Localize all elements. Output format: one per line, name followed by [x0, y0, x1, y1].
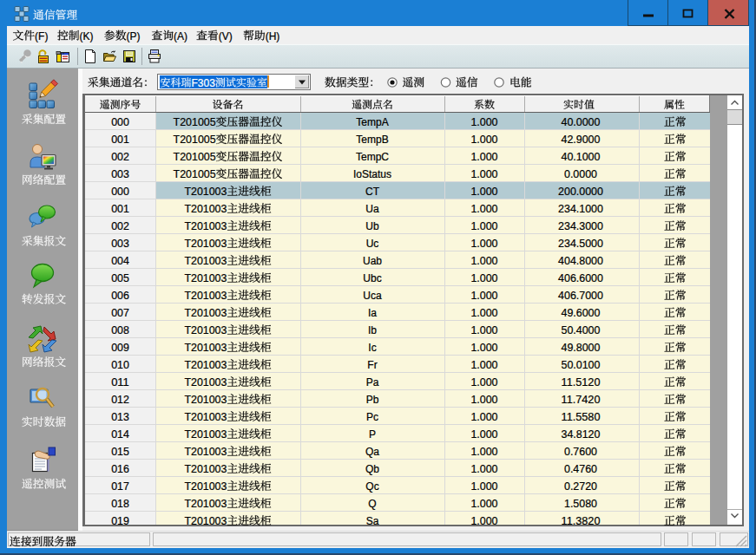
- svg-text:IoStatus: IoStatus: [353, 168, 391, 180]
- svg-text:013: 013: [111, 410, 129, 423]
- svg-text:012: 012: [111, 393, 129, 406]
- svg-text:TempB: TempB: [356, 134, 388, 146]
- svg-text:Ubc: Ubc: [363, 272, 381, 284]
- svg-text:Sa: Sa: [366, 515, 379, 527]
- svg-text:Ia: Ia: [368, 307, 377, 319]
- svg-text:0.0000: 0.0000: [564, 167, 597, 180]
- svg-text:003: 003: [111, 237, 129, 250]
- svg-text:Uca: Uca: [363, 290, 382, 302]
- svg-text:Qa: Qa: [365, 446, 379, 458]
- svg-text:019: 019: [111, 514, 129, 527]
- svg-text:(V): (V): [219, 30, 233, 42]
- svg-text:40.1000: 40.1000: [562, 150, 601, 163]
- svg-text:P: P: [369, 428, 376, 441]
- svg-text:000: 000: [111, 185, 129, 198]
- svg-text:49.8000: 49.8000: [562, 341, 601, 354]
- svg-text:1.000: 1.000: [470, 185, 497, 198]
- svg-text:234.1000: 234.1000: [558, 202, 603, 215]
- svg-text:000: 000: [111, 115, 129, 128]
- svg-text:11.5120: 11.5120: [562, 375, 601, 388]
- svg-text:0.4760: 0.4760: [564, 462, 597, 475]
- svg-text:014: 014: [111, 428, 129, 441]
- svg-text:1.000: 1.000: [470, 289, 497, 302]
- svg-text:006: 006: [111, 289, 129, 302]
- svg-text:1.000: 1.000: [470, 393, 497, 406]
- svg-text:0.2720: 0.2720: [564, 480, 597, 493]
- svg-text:Ua: Ua: [365, 203, 379, 215]
- svg-text:1.000: 1.000: [470, 219, 497, 232]
- svg-text:11.3820: 11.3820: [562, 514, 601, 527]
- svg-text:(P): (P): [127, 30, 141, 42]
- svg-text:Ib: Ib: [368, 324, 377, 336]
- svg-text:015: 015: [111, 445, 129, 458]
- svg-text:Fr: Fr: [367, 359, 377, 371]
- svg-text:001: 001: [111, 133, 129, 146]
- svg-text:1.000: 1.000: [470, 462, 497, 475]
- svg-text:(A): (A): [174, 30, 187, 42]
- svg-text:004: 004: [111, 254, 129, 267]
- svg-text:TempC: TempC: [356, 151, 389, 163]
- svg-text:(K): (K): [80, 30, 94, 42]
- svg-text:1.000: 1.000: [470, 115, 497, 128]
- svg-text:(H): (H): [266, 30, 280, 42]
- svg-text:010: 010: [111, 358, 129, 371]
- svg-text:1.000: 1.000: [470, 341, 497, 354]
- svg-text:CT: CT: [365, 186, 380, 198]
- svg-text:1.000: 1.000: [470, 428, 497, 441]
- svg-text:404.8000: 404.8000: [558, 254, 603, 267]
- svg-text:1.000: 1.000: [470, 133, 497, 146]
- svg-text:1.000: 1.000: [470, 306, 497, 319]
- svg-text:1.000: 1.000: [470, 445, 497, 458]
- svg-text:0.7600: 0.7600: [564, 445, 597, 458]
- svg-text:1.5080: 1.5080: [564, 497, 597, 510]
- svg-text:Ic: Ic: [368, 342, 376, 354]
- svg-text:1.000: 1.000: [470, 514, 497, 527]
- svg-text:017: 017: [111, 480, 129, 493]
- svg-text:1.000: 1.000: [470, 237, 497, 250]
- svg-text:1.000: 1.000: [470, 497, 497, 510]
- svg-text:234.5000: 234.5000: [558, 237, 603, 250]
- svg-text:406.7000: 406.7000: [558, 289, 603, 302]
- svg-text:016: 016: [111, 462, 129, 475]
- svg-text:018: 018: [111, 497, 129, 510]
- svg-text:Uc: Uc: [366, 238, 379, 250]
- svg-text:42.9000: 42.9000: [562, 133, 601, 146]
- svg-text:11.5580: 11.5580: [562, 410, 601, 423]
- svg-text:011: 011: [111, 375, 129, 388]
- svg-text:11.7420: 11.7420: [562, 393, 601, 406]
- svg-text:50.0100: 50.0100: [562, 358, 601, 371]
- svg-text:Pb: Pb: [366, 394, 379, 406]
- svg-text:Pa: Pa: [366, 376, 379, 388]
- svg-text:003: 003: [111, 167, 129, 180]
- svg-text:406.6000: 406.6000: [558, 271, 603, 284]
- svg-text:008: 008: [111, 323, 129, 336]
- svg-text:001: 001: [111, 202, 129, 215]
- svg-text:1.000: 1.000: [470, 480, 497, 493]
- svg-text:1.000: 1.000: [470, 410, 497, 423]
- svg-text:1.000: 1.000: [470, 375, 497, 388]
- svg-text:Ub: Ub: [365, 220, 379, 232]
- svg-text:002: 002: [111, 219, 129, 232]
- svg-text:234.3000: 234.3000: [558, 219, 603, 232]
- svg-text:TempA: TempA: [356, 116, 388, 128]
- svg-text:1.000: 1.000: [470, 167, 497, 180]
- svg-text:Pc: Pc: [366, 411, 378, 423]
- svg-text:002: 002: [111, 150, 129, 163]
- svg-text:1.000: 1.000: [470, 271, 497, 284]
- svg-text:50.4000: 50.4000: [562, 323, 601, 336]
- svg-text:1.000: 1.000: [470, 323, 497, 336]
- svg-text:(F): (F): [35, 30, 48, 42]
- svg-text:1.000: 1.000: [470, 202, 497, 215]
- svg-text:005: 005: [111, 271, 129, 284]
- svg-text:200.0000: 200.0000: [558, 185, 603, 198]
- svg-text:Qb: Qb: [365, 463, 379, 475]
- svg-text:009: 009: [111, 341, 129, 354]
- svg-text:1.000: 1.000: [470, 358, 497, 371]
- svg-text:1.000: 1.000: [470, 150, 497, 163]
- svg-text:Qc: Qc: [365, 480, 378, 493]
- svg-text:49.6000: 49.6000: [562, 306, 601, 319]
- svg-text:40.0000: 40.0000: [562, 115, 601, 128]
- svg-text:1.000: 1.000: [470, 254, 497, 267]
- svg-text:F303: F303: [192, 77, 216, 89]
- svg-text:Uab: Uab: [363, 255, 382, 267]
